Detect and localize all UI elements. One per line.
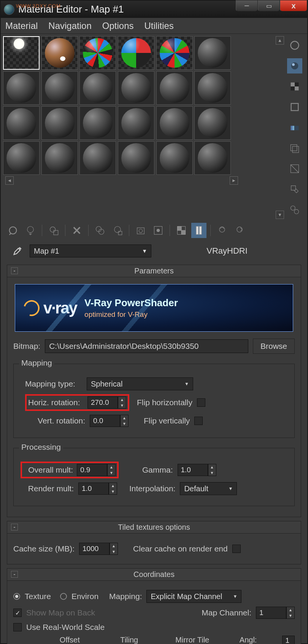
material-slot-14[interactable] bbox=[41, 106, 78, 140]
svg-point-17 bbox=[50, 227, 56, 232]
menubar: Material Navigation Options Utilities bbox=[1, 18, 307, 34]
put-to-library-icon[interactable] bbox=[133, 223, 148, 238]
browse-button[interactable]: Browse bbox=[253, 339, 295, 354]
material-slot-1[interactable] bbox=[3, 36, 40, 70]
slot-hscroll[interactable]: ◄ ► bbox=[3, 176, 240, 185]
material-slot-8[interactable] bbox=[41, 71, 78, 105]
rollout-header-parameters[interactable]: - Parameters bbox=[7, 265, 301, 277]
scroll-up-icon[interactable]: ▲ bbox=[276, 36, 284, 45]
menu-navigation[interactable]: Navigation bbox=[48, 21, 91, 31]
rollout-header-tiled[interactable]: - Tiled textures options bbox=[7, 521, 301, 534]
svg-point-33 bbox=[237, 227, 242, 232]
maximize-button[interactable]: ▭ bbox=[258, 0, 280, 11]
menu-material[interactable]: Material bbox=[5, 21, 38, 31]
show-map-checkbox[interactable]: ✓ bbox=[13, 609, 22, 617]
material-slot-5[interactable] bbox=[156, 36, 193, 70]
pick-material-icon[interactable] bbox=[10, 243, 25, 259]
material-slot-2[interactable] bbox=[41, 36, 78, 70]
interpolation-select[interactable]: Default▼ bbox=[180, 482, 237, 495]
material-map-navigator-icon[interactable] bbox=[287, 202, 302, 217]
rollout-header-coordinates[interactable]: - Coordinates bbox=[7, 569, 301, 581]
material-slot-4[interactable] bbox=[118, 36, 154, 70]
menu-options[interactable]: Options bbox=[102, 21, 134, 31]
environ-radio[interactable] bbox=[60, 593, 67, 600]
svg-point-21 bbox=[114, 227, 121, 233]
collapse-icon[interactable]: - bbox=[11, 267, 18, 274]
rollout-parameters: - Parameters v·ray V-Ray PowerShader opt… bbox=[7, 265, 301, 517]
assign-material-icon[interactable] bbox=[46, 223, 61, 238]
real-world-checkbox[interactable] bbox=[13, 623, 22, 631]
reset-map-icon[interactable] bbox=[69, 223, 84, 238]
angle-top-input[interactable]: 1 bbox=[282, 636, 295, 644]
material-slot-24[interactable] bbox=[194, 141, 231, 175]
go-to-parent-icon[interactable] bbox=[214, 223, 230, 238]
show-map-label: Show Map on Back bbox=[26, 608, 95, 617]
dropdown-arrow-icon[interactable]: ▼ bbox=[142, 248, 147, 254]
select-by-material-icon[interactable] bbox=[287, 182, 302, 197]
svg-point-24 bbox=[139, 229, 142, 233]
material-type-button[interactable]: VRayHDRI bbox=[156, 246, 298, 256]
cache-size-spinner[interactable]: 1000 ▲▼ bbox=[79, 543, 118, 555]
backlight-icon[interactable] bbox=[287, 58, 302, 74]
material-slot-21[interactable] bbox=[79, 141, 116, 175]
options-icon[interactable] bbox=[287, 161, 302, 176]
material-name-input[interactable]: Map #1 ▼ bbox=[30, 244, 151, 257]
svg-rect-6 bbox=[291, 104, 298, 111]
collapse-icon[interactable]: - bbox=[11, 524, 18, 531]
material-id-icon[interactable] bbox=[151, 223, 166, 238]
close-button[interactable]: x bbox=[280, 0, 307, 11]
scroll-down-icon[interactable]: ▼ bbox=[276, 211, 284, 219]
get-material-icon[interactable] bbox=[5, 223, 21, 238]
vert-rotation-spinner[interactable]: 0.0 ▲▼ bbox=[90, 415, 129, 427]
material-slot-17[interactable] bbox=[156, 106, 193, 140]
overall-mult-spinner[interactable]: 0.9 ▲▼ bbox=[77, 464, 116, 476]
flip-horizontal-checkbox[interactable] bbox=[197, 398, 205, 407]
render-mult-spinner[interactable]: 1.0 ▲▼ bbox=[78, 483, 117, 495]
mapping-select[interactable]: Explicit Map Channel▼ bbox=[146, 590, 241, 603]
watermark: WWW.3DXY.COM bbox=[16, 3, 61, 9]
svg-point-32 bbox=[219, 227, 225, 232]
bitmap-path-input[interactable]: C:\Users\Administrator\Desktop\530b9350 bbox=[45, 339, 248, 353]
collapse-icon[interactable]: - bbox=[11, 571, 18, 578]
menu-utilities[interactable]: Utilities bbox=[144, 21, 173, 31]
material-slot-3[interactable] bbox=[79, 36, 116, 70]
sample-uv-icon[interactable] bbox=[287, 99, 302, 115]
put-material-icon[interactable] bbox=[23, 223, 38, 238]
make-copy-icon[interactable] bbox=[92, 223, 108, 238]
material-slot-10[interactable] bbox=[118, 71, 154, 105]
show-map-icon[interactable] bbox=[174, 223, 189, 238]
flip-vertical-checkbox[interactable] bbox=[194, 417, 203, 425]
horiz-rotation-spinner[interactable]: 270.0 ▲▼ bbox=[87, 396, 126, 409]
make-unique-icon[interactable] bbox=[110, 223, 125, 238]
overall-mult-highlight: Overall mult: 0.9 ▲▼ bbox=[21, 462, 119, 478]
minimize-button[interactable]: ─ bbox=[236, 0, 258, 11]
sample-type-icon[interactable] bbox=[287, 38, 302, 53]
material-slot-16[interactable] bbox=[118, 106, 154, 140]
video-color-check-icon[interactable] bbox=[287, 120, 302, 135]
show-end-result-icon[interactable] bbox=[191, 223, 206, 238]
material-slot-22[interactable] bbox=[118, 141, 154, 175]
gamma-spinner[interactable]: 1.0 ▲▼ bbox=[178, 464, 216, 476]
render-mult-label: Render mult: bbox=[24, 484, 74, 493]
material-slot-18[interactable] bbox=[194, 106, 231, 140]
slot-vscroll[interactable]: ▲ ▼ bbox=[275, 36, 284, 219]
material-slot-11[interactable] bbox=[156, 71, 193, 105]
make-preview-icon[interactable] bbox=[287, 141, 302, 156]
material-slot-7[interactable] bbox=[3, 71, 40, 105]
background-icon[interactable] bbox=[287, 79, 302, 94]
mapping-type-select[interactable]: Spherical▼ bbox=[87, 377, 193, 390]
scroll-left-icon[interactable]: ◄ bbox=[5, 176, 14, 185]
material-slot-20[interactable] bbox=[41, 141, 78, 175]
material-slot-12[interactable] bbox=[194, 71, 231, 105]
material-slot-19[interactable] bbox=[3, 141, 40, 175]
texture-radio[interactable] bbox=[13, 593, 20, 600]
map-channel-spinner[interactable]: 1 ▲▼ bbox=[256, 607, 295, 619]
material-slot-15[interactable] bbox=[79, 106, 116, 140]
material-slot-13[interactable] bbox=[3, 106, 40, 140]
clear-cache-checkbox[interactable] bbox=[232, 545, 241, 553]
material-slot-9[interactable] bbox=[79, 71, 116, 105]
material-slot-6[interactable] bbox=[194, 36, 231, 70]
material-slot-23[interactable] bbox=[156, 141, 193, 175]
scroll-right-icon[interactable]: ► bbox=[230, 176, 238, 185]
go-forward-icon[interactable] bbox=[232, 223, 247, 238]
